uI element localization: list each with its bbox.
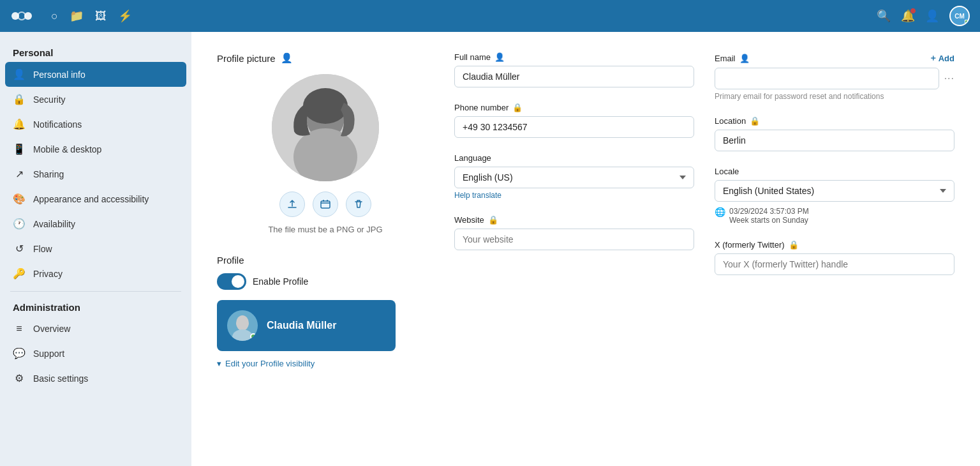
- full-name-input[interactable]: [454, 66, 694, 87]
- admin-section-title: Administration: [0, 297, 191, 317]
- files-icon[interactable]: 📁: [70, 9, 84, 23]
- svg-rect-10: [327, 200, 328, 202]
- sidebar-item-personal-info[interactable]: 👤 Personal info: [5, 62, 186, 87]
- svg-point-12: [236, 315, 249, 331]
- phone-label-text: Phone number: [454, 103, 509, 112]
- middle-column: Full name 👤 Phone number 🔒 L: [454, 52, 694, 266]
- website-input[interactable]: [454, 229, 694, 250]
- choose-picture-button[interactable]: [313, 192, 338, 217]
- person-email-icon: 👤: [739, 54, 750, 63]
- sidebar-item-mobile-desktop[interactable]: 📱 Mobile & desktop: [0, 137, 191, 162]
- svg-point-7: [303, 88, 348, 124]
- email-field-group: Email 👤 ＋ Add ··· Primary email for pass…: [715, 52, 954, 101]
- email-input-row: ···: [715, 68, 954, 89]
- edit-visibility-label: Edit your Profile visibility: [225, 359, 315, 368]
- delete-picture-button[interactable]: [346, 192, 371, 217]
- language-select[interactable]: English (US) Deutsch Français Español: [454, 167, 694, 188]
- location-field-group: Location 🔒: [715, 116, 954, 151]
- website-lock-icon: 🔒: [488, 215, 498, 225]
- profile-card-name: Claudia Müller: [267, 320, 336, 331]
- person-icon: 👤: [13, 68, 26, 80]
- enable-profile-label: Enable Profile: [253, 276, 308, 287]
- profile-picture-title: Profile picture: [217, 53, 276, 64]
- sidebar-item-basic-settings[interactable]: ⚙ Basic settings: [0, 366, 191, 391]
- sidebar-item-label: Mobile & desktop: [33, 144, 101, 154]
- email-more-button[interactable]: ···: [944, 73, 954, 84]
- main-content: Profile picture 👤: [191, 32, 980, 466]
- edit-visibility-button[interactable]: ▾ Edit your Profile visibility: [217, 359, 434, 368]
- language-label-text: Language: [454, 153, 491, 163]
- clock-icon: 🕐: [13, 218, 26, 230]
- circle-app-icon[interactable]: ○: [51, 10, 58, 23]
- sidebar-item-label: Security: [33, 94, 66, 105]
- sidebar-item-label: Personal info: [33, 70, 85, 80]
- twitter-field-group: X (formerly Twitter) 🔒: [715, 240, 954, 275]
- chevron-down-icon: ▾: [217, 359, 221, 368]
- website-label: Website 🔒: [454, 215, 694, 225]
- location-input[interactable]: [715, 130, 954, 151]
- flow-icon: ↺: [13, 243, 26, 255]
- email-hint: Primary email for password reset and not…: [715, 92, 954, 101]
- sidebar-item-security[interactable]: 🔒 Security: [0, 87, 191, 112]
- profile-section: Profile Enable Profile: [217, 255, 434, 368]
- sidebar-item-notifications[interactable]: 🔔 Notifications: [0, 112, 191, 137]
- right-column: Email 👤 ＋ Add ··· Primary email for pass…: [715, 52, 954, 290]
- website-field-group: Website 🔒: [454, 215, 694, 250]
- email-label: Email 👤 ＋ Add: [715, 52, 954, 64]
- sidebar-item-appearance[interactable]: 🎨 Appearance and accessibility: [0, 186, 191, 211]
- locale-select[interactable]: English (United States) Deutsch (Deutsch…: [715, 180, 954, 202]
- sidebar-item-availability[interactable]: 🕐 Availability: [0, 211, 191, 236]
- locale-week-starts: Week starts on Sunday: [729, 216, 809, 225]
- sidebar-item-label: Availability: [33, 219, 75, 229]
- profile-picture-header: Profile picture 👤: [217, 52, 434, 64]
- locale-label: Locale: [715, 167, 954, 176]
- enable-profile-toggle[interactable]: [217, 273, 246, 290]
- topnav-app-icons: ○ 📁 🖼 ⚡: [51, 9, 132, 23]
- profile-picture-actions: [279, 192, 371, 217]
- status-online-dot: [250, 333, 256, 340]
- sidebar-item-label: Appearance and accessibility: [33, 194, 149, 204]
- notifications-icon[interactable]: 🔔: [901, 9, 915, 23]
- photos-icon[interactable]: 🖼: [95, 10, 107, 23]
- svg-rect-8: [321, 201, 330, 208]
- enable-profile-row: Enable Profile: [217, 273, 434, 290]
- sidebar-item-support[interactable]: 💬 Support: [0, 341, 191, 366]
- email-input[interactable]: [715, 68, 939, 89]
- sidebar-item-label: Privacy: [33, 269, 63, 279]
- phone-input[interactable]: [454, 116, 694, 138]
- user-avatar[interactable]: CM: [949, 6, 970, 26]
- sidebar-divider: [10, 291, 181, 292]
- search-icon[interactable]: 🔍: [877, 9, 891, 23]
- sidebar-item-privacy[interactable]: 🔑 Privacy: [0, 261, 191, 286]
- app-logo[interactable]: [10, 4, 33, 27]
- location-lock-icon: 🔒: [750, 116, 760, 126]
- sidebar-item-overview[interactable]: ≡ Overview: [0, 317, 191, 341]
- profile-picture-circle[interactable]: [272, 74, 379, 181]
- plus-icon: ＋: [929, 52, 937, 64]
- settings-icon: ⚙: [13, 372, 26, 384]
- upload-picture-button[interactable]: [279, 192, 305, 217]
- overview-icon: ≡: [13, 323, 26, 334]
- profile-card-avatar: [227, 310, 258, 341]
- activity-icon[interactable]: ⚡: [118, 9, 132, 23]
- contacts-icon[interactable]: 👤: [925, 9, 939, 23]
- sidebar: Personal 👤 Personal info 🔒 Security 🔔 No…: [0, 32, 191, 466]
- phone-lock-icon: 🔒: [512, 103, 523, 112]
- person-icon: 👤: [281, 52, 293, 64]
- sidebar-item-label: Notifications: [33, 119, 82, 130]
- person-field-icon: 👤: [494, 52, 505, 62]
- language-help-translate[interactable]: Help translate: [454, 191, 694, 200]
- sidebar-item-sharing[interactable]: ↗ Sharing: [0, 162, 191, 186]
- sidebar-item-flow[interactable]: ↺ Flow: [0, 236, 191, 261]
- personal-section-title: Personal: [0, 42, 191, 62]
- globe-icon: 🌐: [715, 207, 725, 217]
- sidebar-item-label: Support: [33, 349, 64, 359]
- twitter-lock-icon: 🔒: [789, 240, 799, 250]
- profile-section-title: Profile: [217, 255, 434, 266]
- add-email-button[interactable]: ＋ Add: [929, 52, 954, 64]
- key-icon: 🔑: [13, 267, 26, 280]
- language-field-group: Language English (US) Deutsch Français E…: [454, 153, 694, 200]
- svg-point-2: [24, 12, 32, 20]
- twitter-input[interactable]: [715, 253, 954, 275]
- topnav-right-actions: 🔍 🔔 👤 CM: [877, 6, 970, 26]
